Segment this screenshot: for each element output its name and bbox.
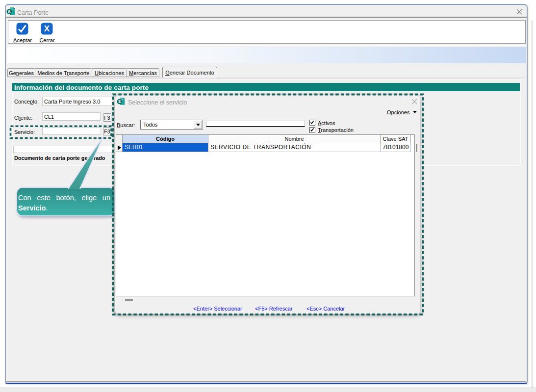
svg-text:$: $ (118, 99, 121, 104)
